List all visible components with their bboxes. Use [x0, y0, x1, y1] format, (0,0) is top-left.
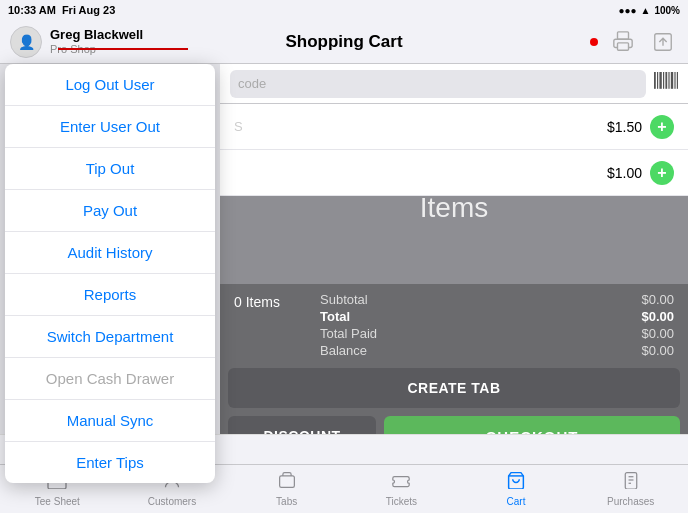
svg-rect-4: [657, 72, 658, 89]
svg-rect-11: [677, 72, 678, 89]
menu-item-reports[interactable]: Reports: [5, 274, 215, 316]
date: Fri Aug 23: [62, 4, 115, 16]
cart-items-area: S $1.50 + $1.00 + Items: [220, 104, 688, 284]
balance-line: Balance $0.00: [320, 343, 674, 358]
cart-area: code S: [220, 64, 688, 464]
status-bar: 10:33 AM Fri Aug 23 ●●● ▲ 100%: [0, 0, 688, 20]
cart-empty-area: Items: [420, 192, 488, 224]
total-value: $0.00: [641, 309, 674, 324]
balance-label: Balance: [320, 343, 367, 358]
balance-value: $0.00: [641, 343, 674, 358]
avatar[interactable]: 👤: [10, 26, 42, 58]
svg-rect-7: [665, 72, 667, 89]
svg-rect-0: [618, 31, 629, 38]
total-label: Total: [320, 309, 350, 324]
menu-item-switch-department[interactable]: Switch Department: [5, 316, 215, 358]
items-label: Items: [420, 192, 488, 223]
battery: 100%: [654, 5, 680, 16]
status-bar-right: ●●● ▲ 100%: [618, 5, 680, 16]
menu-item-manual-sync[interactable]: Manual Sync: [5, 400, 215, 442]
svg-rect-14: [279, 476, 294, 487]
svg-rect-5: [659, 72, 661, 89]
tabs-icon: [276, 471, 298, 494]
cart-icon: [505, 471, 527, 494]
notification-dot: [590, 38, 598, 46]
header: 👤 Greg Blackwell Pro Shop Shopping Cart: [0, 20, 688, 64]
items-count: 0 Items: [234, 294, 304, 310]
total-line: Total $0.00: [320, 309, 674, 324]
header-left: 👤 Greg Blackwell Pro Shop: [10, 26, 143, 58]
menu-item-enter-user-out[interactable]: Enter User Out: [5, 106, 215, 148]
menu-item-enter-tips[interactable]: Enter Tips: [5, 442, 215, 483]
subtotal-value: $0.00: [641, 292, 674, 307]
print-button[interactable]: [608, 27, 638, 57]
tab-label-tee-sheet: Tee Sheet: [35, 496, 80, 507]
menu-item-audit-history[interactable]: Audit History: [5, 232, 215, 274]
time: 10:33 AM: [8, 4, 56, 16]
username: Greg Blackwell: [50, 27, 143, 43]
header-right: [590, 27, 678, 57]
add-item-button-0[interactable]: +: [650, 115, 674, 139]
purchases-icon: [620, 471, 642, 494]
svg-rect-8: [668, 72, 669, 89]
svg-rect-9: [671, 72, 673, 89]
item-right-0: $1.50 +: [607, 115, 674, 139]
create-tab-button[interactable]: CREATE TAB: [228, 368, 680, 408]
totals-row: 0 Items Subtotal $0.00 Total $0.00 Total…: [220, 284, 688, 368]
menu-item-log-out-user[interactable]: Log Out User: [5, 64, 215, 106]
tab-label-tickets: Tickets: [386, 496, 417, 507]
subtotal-label: Subtotal: [320, 292, 368, 307]
status-bar-left: 10:33 AM Fri Aug 23: [8, 4, 115, 16]
total-paid-label: Total Paid: [320, 326, 377, 341]
menu-item-tip-out[interactable]: Tip Out: [5, 148, 215, 190]
cart-item-row-1: $1.00 +: [220, 150, 688, 196]
red-arrow-indicator: [58, 48, 188, 50]
user-info: Greg Blackwell Pro Shop: [50, 27, 143, 56]
add-item-button-1[interactable]: +: [650, 161, 674, 185]
page-title: Shopping Cart: [285, 32, 402, 52]
tab-tabs[interactable]: Tabs: [229, 465, 344, 513]
create-tab-row: CREATE TAB: [220, 368, 688, 416]
menu-item-pay-out[interactable]: Pay Out: [5, 190, 215, 232]
signal-icon: ●●●: [618, 5, 636, 16]
menu-item-open-cash-drawer[interactable]: Open Cash Drawer: [5, 358, 215, 400]
svg-rect-3: [654, 72, 656, 89]
item-price-1: $1.00: [607, 165, 642, 181]
totals-table: Subtotal $0.00 Total $0.00 Total Paid $0…: [320, 292, 674, 360]
cart-item-row-0: S $1.50 +: [220, 104, 688, 150]
barcode-icon[interactable]: [654, 71, 678, 96]
svg-rect-1: [618, 42, 629, 49]
tab-label-tabs: Tabs: [276, 496, 297, 507]
svg-rect-6: [663, 72, 664, 89]
tab-tickets[interactable]: Tickets: [344, 465, 459, 513]
item-name-0: S: [234, 119, 243, 134]
dropdown-menu: Log Out User Enter User Out Tip Out Pay …: [5, 64, 215, 483]
svg-rect-10: [674, 72, 675, 89]
upload-button[interactable]: [648, 27, 678, 57]
svg-rect-16: [625, 473, 636, 489]
item-right-1: $1.00 +: [607, 161, 674, 185]
main-content: Log Out User Enter User Out Tip Out Pay …: [0, 64, 688, 464]
item-price-0: $1.50: [607, 119, 642, 135]
subtotal-line: Subtotal $0.00: [320, 292, 674, 307]
wifi-icon: ▲: [641, 5, 651, 16]
tab-label-customers: Customers: [148, 496, 196, 507]
tab-cart[interactable]: Cart: [459, 465, 574, 513]
total-paid-value: $0.00: [641, 326, 674, 341]
search-placeholder: code: [238, 76, 266, 91]
search-input[interactable]: code: [230, 70, 646, 98]
tab-label-purchases: Purchases: [607, 496, 654, 507]
tab-purchases[interactable]: Purchases: [573, 465, 688, 513]
tickets-icon: [390, 471, 412, 494]
tab-label-cart: Cart: [507, 496, 526, 507]
total-paid-line: Total Paid $0.00: [320, 326, 674, 341]
search-bar: code: [220, 64, 688, 104]
